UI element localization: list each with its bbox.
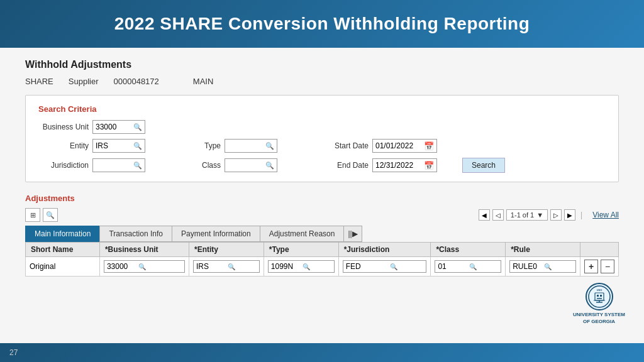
supplier-value: 0000048172 bbox=[114, 77, 159, 86]
row-business-unit-search-icon[interactable]: 🔍 bbox=[138, 263, 146, 270]
form-row-1: Business Unit 🔍 bbox=[38, 120, 606, 134]
search-rows-button[interactable]: 🔍 bbox=[43, 208, 58, 222]
main-content: Withhold Adjustments SHARE Supplier 0000… bbox=[0, 48, 644, 347]
class-input[interactable] bbox=[228, 161, 265, 170]
adjustments-table: Short Name *Business Unit *Entity *Type … bbox=[25, 242, 619, 277]
type-group: Type 🔍 bbox=[196, 139, 277, 153]
jurisdiction-search-icon[interactable]: 🔍 bbox=[133, 162, 142, 170]
business-unit-label: Business Unit bbox=[38, 123, 89, 131]
col-class: *Class bbox=[431, 243, 506, 257]
toolbar: ⊞ 🔍 ◀ ◁ 1-1 of 1 ▼ ▷ ▶ | View All bbox=[25, 208, 619, 222]
cell-rule: 🔍 bbox=[506, 257, 580, 277]
row-entity-wrapper: 🔍 bbox=[193, 260, 260, 273]
business-unit-search-icon[interactable]: 🔍 bbox=[133, 123, 142, 131]
entity-input[interactable] bbox=[96, 141, 133, 150]
page-info: 1-1 of 1 ▼ bbox=[506, 209, 548, 221]
start-date-group: Start Date 📅 bbox=[328, 139, 437, 153]
entity-input-wrapper: 🔍 bbox=[92, 139, 145, 153]
end-date-calendar-icon[interactable]: 📅 bbox=[424, 161, 434, 170]
start-date-input-wrapper: 📅 bbox=[372, 139, 437, 153]
start-date-input[interactable] bbox=[375, 141, 423, 150]
adjustments-label: Adjustments bbox=[25, 194, 619, 203]
start-date-label: Start Date bbox=[328, 141, 369, 150]
last-page-button[interactable]: ▶ bbox=[564, 209, 575, 221]
header-title: 2022 SHARE Conversion Withholding Report… bbox=[114, 14, 530, 33]
more-tabs-button[interactable]: ||▶ bbox=[343, 226, 362, 242]
search-form: Business Unit 🔍 Entity 🔍 T bbox=[38, 120, 606, 173]
row-class-search-icon[interactable]: 🔍 bbox=[469, 263, 477, 270]
page-number: 27 bbox=[9, 348, 18, 357]
page-title: Withhold Adjustments bbox=[25, 59, 619, 70]
tab-adjustment-reason[interactable]: Adjustment Reason bbox=[260, 226, 344, 242]
cell-type: 🔍 bbox=[264, 257, 338, 277]
row-jurisdiction-input[interactable] bbox=[346, 262, 390, 271]
grid-view-button[interactable]: ⊞ bbox=[25, 208, 40, 222]
tab-main-information[interactable]: Main Information bbox=[25, 226, 99, 242]
row-rule-input[interactable] bbox=[513, 262, 544, 271]
row-type-input[interactable] bbox=[271, 262, 303, 271]
usg-name-text: UNIVERSITY SYSTEM OF GEORGIA bbox=[573, 312, 625, 325]
type-input[interactable] bbox=[228, 141, 265, 150]
search-criteria-box: Search Criteria Business Unit 🔍 Entity bbox=[25, 95, 619, 182]
row-jurisdiction-search-icon[interactable]: 🔍 bbox=[390, 263, 397, 270]
jurisdiction-input[interactable] bbox=[96, 161, 133, 170]
system-label: SHARE bbox=[25, 77, 53, 86]
pagination-dropdown-icon[interactable]: ▼ bbox=[536, 211, 543, 219]
row-entity-search-icon[interactable]: 🔍 bbox=[228, 263, 235, 270]
tab-payment-information[interactable]: Payment Information bbox=[172, 226, 260, 242]
tabs-bar: Main Information Transaction Info Paymen… bbox=[25, 226, 619, 242]
type-label: Type bbox=[196, 141, 221, 150]
row-business-unit-input[interactable] bbox=[107, 262, 138, 271]
row-type-wrapper: 🔍 bbox=[268, 260, 335, 273]
prev-page-button[interactable]: ◁ bbox=[492, 209, 504, 221]
row-rule-search-icon[interactable]: 🔍 bbox=[544, 263, 552, 270]
cell-actions: + − bbox=[580, 257, 619, 277]
toolbar-right: ◀ ◁ 1-1 of 1 ▼ ▷ ▶ | View All bbox=[479, 209, 619, 221]
toolbar-left: ⊞ 🔍 bbox=[25, 208, 58, 222]
row-entity-input[interactable] bbox=[196, 262, 228, 271]
tab-transaction-info[interactable]: Transaction Info bbox=[99, 226, 172, 242]
row-jurisdiction-wrapper: 🔍 bbox=[343, 260, 427, 273]
col-short-name: Short Name bbox=[26, 243, 100, 257]
cell-class: 🔍 bbox=[431, 257, 506, 277]
header-banner: 2022 SHARE Conversion Withholding Report… bbox=[0, 0, 644, 48]
start-date-calendar-icon[interactable]: 📅 bbox=[424, 141, 434, 151]
usg-emblem: USG bbox=[586, 283, 613, 310]
type-search-icon[interactable]: 🔍 bbox=[265, 142, 274, 150]
row-business-unit-wrapper: 🔍 bbox=[104, 260, 185, 273]
row-class-input[interactable] bbox=[438, 262, 469, 271]
main-label: MAIN bbox=[193, 77, 214, 86]
row-rule-wrapper: 🔍 bbox=[509, 260, 576, 273]
business-unit-input-wrapper: 🔍 bbox=[92, 120, 145, 134]
cell-entity: 🔍 bbox=[189, 257, 264, 277]
view-all-link[interactable]: View All bbox=[592, 211, 619, 219]
end-date-input-wrapper: 📅 bbox=[372, 158, 437, 172]
class-group: Class 🔍 bbox=[196, 158, 277, 172]
business-unit-input[interactable] bbox=[96, 123, 133, 131]
supplier-label: Supplier bbox=[69, 77, 99, 86]
entity-label: Entity bbox=[38, 141, 89, 150]
end-date-group: End Date 📅 bbox=[328, 158, 437, 172]
remove-row-button[interactable]: − bbox=[601, 260, 614, 273]
class-input-wrapper: 🔍 bbox=[225, 158, 277, 172]
first-page-button[interactable]: ◀ bbox=[479, 209, 490, 221]
business-unit-group: Business Unit 🔍 bbox=[38, 120, 145, 134]
search-button[interactable]: Search bbox=[462, 158, 505, 173]
jurisdiction-input-wrapper: 🔍 bbox=[92, 158, 145, 172]
entity-group: Entity 🔍 bbox=[38, 139, 145, 153]
usg-emblem-svg: USG bbox=[588, 285, 611, 308]
add-row-button[interactable]: + bbox=[584, 260, 598, 273]
next-page-button[interactable]: ▷ bbox=[550, 209, 562, 221]
row-type-search-icon[interactable]: 🔍 bbox=[303, 263, 310, 270]
search-criteria-label: Search Criteria bbox=[38, 104, 606, 114]
jurisdiction-group: Jurisdiction 🔍 bbox=[38, 158, 145, 172]
entity-search-icon[interactable]: 🔍 bbox=[133, 142, 142, 150]
adjustments-section: Adjustments ⊞ 🔍 ◀ ◁ 1-1 of 1 ▼ ▷ ▶ | Vie… bbox=[25, 194, 619, 277]
class-search-icon[interactable]: 🔍 bbox=[265, 162, 274, 170]
jurisdiction-label: Jurisdiction bbox=[38, 161, 89, 170]
end-date-label: End Date bbox=[328, 161, 369, 170]
svg-rect-4 bbox=[597, 298, 602, 299]
end-date-input[interactable] bbox=[375, 161, 423, 170]
svg-rect-2 bbox=[597, 295, 599, 297]
table-header-row: Short Name *Business Unit *Entity *Type … bbox=[26, 243, 619, 257]
